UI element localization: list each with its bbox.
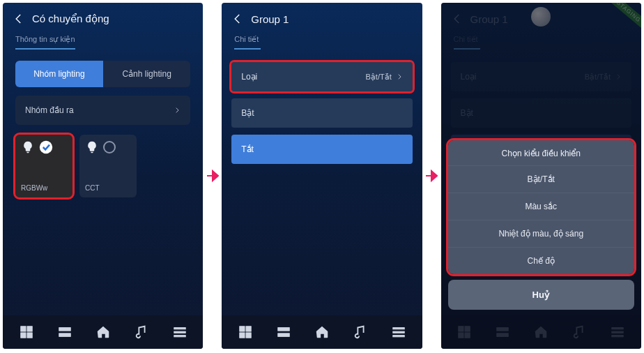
bulb-icon xyxy=(21,140,35,154)
svg-rect-18 xyxy=(393,328,405,329)
device-cards: RGBWw CCT xyxy=(3,135,203,197)
svg-point-1 xyxy=(40,141,52,153)
header: Group 1 xyxy=(222,3,422,32)
device-card-rgbww[interactable]: RGBWw xyxy=(15,135,72,197)
back-icon[interactable] xyxy=(13,13,25,25)
screen-control-picker: STAGING Group 1 Chi tiết Loại Bật/Tắt Bậ… xyxy=(441,3,641,349)
section-label: Thông tin sự kiện xyxy=(3,32,203,48)
screen-group-detail: Group 1 Chi tiết Loại Bật/Tắt Bật Tắt xyxy=(222,3,422,349)
svg-rect-2 xyxy=(91,152,93,153)
row-type-value: Bật/Tắt xyxy=(585,73,611,82)
check-icon xyxy=(39,140,53,154)
row-on[interactable]: Bật xyxy=(231,98,412,128)
nav-music-icon[interactable] xyxy=(353,324,368,340)
svg-rect-3 xyxy=(20,326,25,331)
svg-rect-16 xyxy=(278,328,290,331)
output-group-label: Nhóm đầu ra xyxy=(25,105,74,115)
svg-rect-21 xyxy=(459,326,463,331)
segment-control: Nhóm lighting Cảnh lighting xyxy=(15,61,190,87)
svg-rect-22 xyxy=(465,326,470,331)
nav-rows-icon[interactable] xyxy=(276,324,291,340)
action-sheet-cancel[interactable]: Huỷ xyxy=(448,280,634,310)
action-sheet-option-color[interactable]: Màu sắc xyxy=(448,193,634,220)
page-title: Group 1 xyxy=(470,13,508,25)
page-title: Group 1 xyxy=(251,13,289,25)
section-underline xyxy=(454,48,480,50)
nav-home-icon[interactable] xyxy=(314,324,330,340)
row-type-label: Loại xyxy=(461,72,477,82)
row-off[interactable]: Tắt xyxy=(231,135,412,164)
action-sheet-option-onoff[interactable]: Bật/Tắt xyxy=(448,165,634,193)
svg-rect-10 xyxy=(174,331,186,333)
section-label: Chi tiết xyxy=(222,32,422,48)
svg-rect-27 xyxy=(612,328,624,329)
nav-grid-icon[interactable] xyxy=(238,324,253,340)
svg-rect-4 xyxy=(26,326,31,331)
nav-music-icon[interactable] xyxy=(134,324,149,340)
nav-menu-icon[interactable] xyxy=(172,324,187,340)
svg-rect-9 xyxy=(174,328,186,329)
row-type: Loại Bật/Tắt xyxy=(451,62,631,91)
nav-menu-icon[interactable] xyxy=(610,324,625,340)
chevron-right-icon xyxy=(396,73,403,80)
chevron-right-icon xyxy=(615,73,622,80)
svg-rect-6 xyxy=(26,333,31,338)
header: Có chuyển động xyxy=(3,3,203,32)
nav-rows-icon[interactable] xyxy=(495,324,510,340)
svg-rect-24 xyxy=(465,333,470,338)
svg-rect-29 xyxy=(612,336,624,337)
svg-rect-12 xyxy=(240,326,245,331)
action-sheet-panel: Chọn kiểu điều khiển Bật/Tắt Màu sắc Nhi… xyxy=(448,140,634,274)
row-off-label: Tắt xyxy=(241,144,254,154)
row-type-label: Loại xyxy=(241,72,257,82)
action-sheet-option-mode[interactable]: Chế độ xyxy=(448,247,634,274)
svg-rect-17 xyxy=(278,333,290,337)
header: Group 1 xyxy=(441,3,641,32)
bottom-nav xyxy=(441,315,641,349)
action-sheet-title: Chọn kiểu điều khiển xyxy=(448,140,634,165)
nav-menu-icon[interactable] xyxy=(391,324,406,340)
section-label: Chi tiết xyxy=(441,32,641,48)
nav-rows-icon[interactable] xyxy=(57,324,72,340)
device-card-label: RGBWw xyxy=(21,184,67,192)
svg-rect-14 xyxy=(240,333,245,338)
row-type[interactable]: Loại Bật/Tắt xyxy=(231,62,412,91)
svg-rect-26 xyxy=(497,333,509,337)
back-icon[interactable] xyxy=(231,13,244,25)
svg-rect-19 xyxy=(393,331,405,333)
svg-rect-23 xyxy=(459,333,463,338)
screen-motion: Có chuyển động Thông tin sự kiện Nhóm li… xyxy=(3,3,203,349)
device-card-cct[interactable]: CCT xyxy=(79,135,137,197)
segment-lighting-scene[interactable]: Cảnh lighting xyxy=(103,61,191,87)
device-card-label: CCT xyxy=(85,184,131,192)
bottom-nav xyxy=(3,315,203,349)
nav-grid-icon[interactable] xyxy=(19,324,34,340)
arrow-right-icon xyxy=(204,167,221,184)
nav-grid-icon[interactable] xyxy=(457,324,472,340)
unselected-ring-icon xyxy=(103,141,116,153)
svg-rect-13 xyxy=(246,326,251,331)
page-title: Có chuyển động xyxy=(32,13,109,25)
flow-arrow xyxy=(203,3,222,349)
nav-music-icon[interactable] xyxy=(572,324,587,340)
back-icon[interactable] xyxy=(451,13,463,25)
svg-rect-7 xyxy=(59,328,70,331)
svg-rect-28 xyxy=(612,331,624,333)
row-on: Bật xyxy=(451,98,631,128)
bulb-icon xyxy=(85,140,99,154)
nav-home-icon[interactable] xyxy=(533,324,549,340)
flow-arrow xyxy=(422,3,441,349)
row-type-value: Bật/Tắt xyxy=(366,73,392,82)
svg-rect-11 xyxy=(174,336,186,337)
bottom-nav xyxy=(222,315,422,349)
row-on-label: Bật xyxy=(241,108,254,118)
nav-home-icon[interactable] xyxy=(95,324,111,340)
section-underline xyxy=(15,48,75,50)
svg-rect-0 xyxy=(26,152,29,153)
action-sheet-option-cct-brightness[interactable]: Nhiệt độ màu, độ sáng xyxy=(448,220,634,247)
svg-rect-15 xyxy=(246,333,251,338)
section-underline xyxy=(234,48,261,50)
svg-rect-5 xyxy=(20,333,25,338)
output-group-row[interactable]: Nhóm đầu ra xyxy=(15,96,190,125)
segment-lighting-group[interactable]: Nhóm lighting xyxy=(15,61,103,87)
